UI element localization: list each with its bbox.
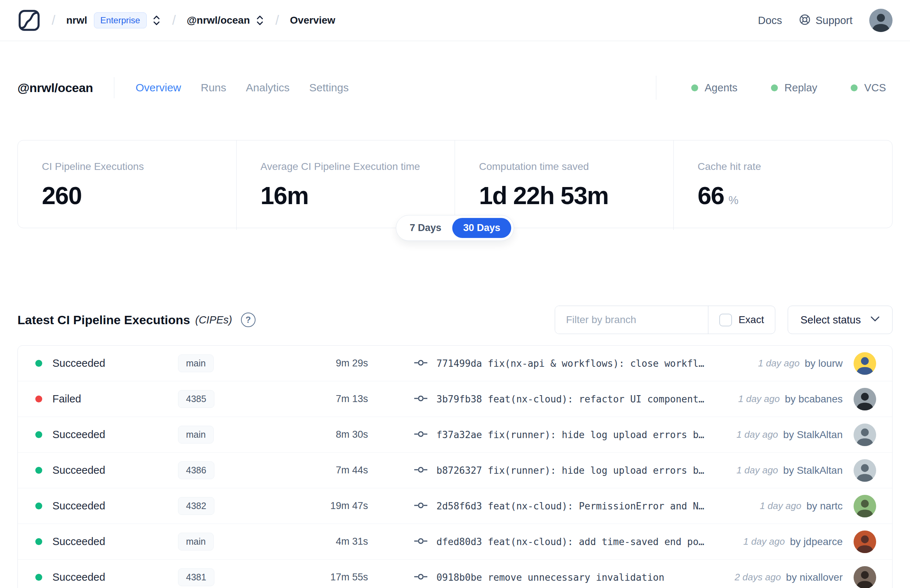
author-avatar [853,459,876,482]
cipe-title-suffix: (CIPEs) [195,314,232,326]
exact-checkbox[interactable] [719,313,732,326]
branch-badge[interactable]: main [178,426,214,444]
author-avatar [853,495,876,517]
status-dot-icon [771,84,778,91]
exact-label: Exact [739,314,764,326]
breadcrumb-workspace[interactable]: @nrwl/ocean [187,15,250,26]
status-agents: Agents [691,82,737,94]
branch-badge[interactable]: 4382 [178,497,214,515]
tab-runs[interactable]: Runs [201,81,226,94]
branch-badge[interactable]: 4386 [178,461,214,479]
branch-badge[interactable]: 4385 [178,390,214,408]
cipe-row[interactable]: Succeeded 4386 7m 44s b8726327 fix(runne… [18,452,892,488]
git-commit-icon [414,501,428,511]
branch-badge[interactable]: main [178,354,214,372]
commit-message[interactable]: 2d58f6d3 feat(nx-cloud): PermissionError… [436,501,704,512]
top-nav: / nrwl Enterprise / @nrwl/ocean / Overvi… [0,0,910,41]
range-7-days[interactable]: 7 Days [399,218,452,238]
run-status-dot-icon [35,431,42,438]
branch-badge[interactable]: main [178,533,214,551]
commit-message[interactable]: 3b79fb38 feat(nx-cloud): refactor UI com… [436,394,704,405]
percent-suffix: % [728,194,739,207]
divider [114,77,114,98]
support-link[interactable]: Support [798,13,852,27]
author-avatar [853,566,876,588]
run-status-label: Succeeded [52,571,105,583]
run-duration: 7m 44s [278,465,369,476]
run-status-dot-icon [35,538,42,545]
support-label: Support [815,15,852,27]
org-switcher-chevron-up-down-icon[interactable] [152,14,161,27]
run-status-dot-icon [35,396,42,402]
cipe-row[interactable]: Succeeded main 4m 31s dfed80d3 feat(nx-c… [18,524,892,560]
author-avatar [853,530,876,553]
run-author: by StalkAltan [783,465,843,476]
feature-status-group: Agents Replay VCS [656,76,892,100]
cipe-row[interactable]: Succeeded 4381 17m 55s 0918b0be remove u… [18,560,892,588]
stats-section: CI Pipeline Executions 260 Average CI Pi… [18,140,892,228]
run-author: by nixallover [786,572,843,583]
status-replay: Replay [771,82,817,94]
run-author: by nartc [806,500,843,512]
cipe-table: Succeeded main 9m 29s 771499da fix(nx-ap… [18,345,892,588]
author-avatar [853,352,876,375]
breadcrumb-separator: / [276,13,279,28]
workspace-switcher-chevron-up-down-icon[interactable] [255,14,265,27]
breadcrumb-separator: / [52,13,55,28]
user-avatar[interactable] [869,9,892,32]
chevron-down-icon [870,316,880,323]
run-author: by jdpearce [790,536,843,548]
cipe-row[interactable]: Succeeded main 9m 29s 771499da fix(nx-ap… [18,346,892,381]
exact-filter: Exact [708,306,775,334]
run-time-ago: 1 day ago [760,500,801,512]
branch-badge[interactable]: 4381 [178,569,214,586]
cipe-section-header: Latest CI Pipeline Executions (CIPEs) ? … [18,305,892,334]
commit-message[interactable]: b8726327 fix(runner): hide log upload er… [436,465,704,476]
run-time-ago: 1 day ago [738,393,780,405]
tab-settings[interactable]: Settings [309,81,349,94]
run-status-label: Succeeded [52,500,105,512]
commit-message[interactable]: 0918b0be remove unnecessary invalidation [436,572,664,583]
cipe-row[interactable]: Failed 4385 7m 13s 3b79fb38 feat(nx-clou… [18,381,892,417]
cipe-row[interactable]: Succeeded main 8m 30s f37a32ae fix(runne… [18,417,892,452]
status-dot-icon [691,84,698,91]
run-duration: 7m 13s [278,393,369,405]
range-30-days[interactable]: 30 Days [452,218,511,238]
status-vcs: VCS [851,82,886,94]
run-status-label: Succeeded [52,464,105,476]
branch-filter-input[interactable] [555,306,708,334]
breadcrumb-org[interactable]: nrwl [66,15,87,26]
commit-message[interactable]: f37a32ae fix(runner): hide log upload er… [436,430,704,440]
git-commit-icon [414,394,428,404]
cipe-filters: Exact Select status [555,305,892,334]
run-status-label: Succeeded [52,429,105,441]
run-author: by StalkAltan [783,429,843,441]
nx-cloud-logo-icon[interactable] [18,9,41,32]
enterprise-badge: Enterprise [94,12,147,28]
breadcrumb-page: Overview [290,15,336,26]
run-status-dot-icon [35,574,42,581]
commit-message[interactable]: dfed80d3 feat(nx-cloud): add time-saved … [436,536,704,547]
run-time-ago: 1 day ago [736,429,778,440]
cipe-title: Latest CI Pipeline Executions [18,313,190,327]
run-author: by lourw [805,358,843,369]
docs-link[interactable]: Docs [758,15,782,27]
help-icon[interactable]: ? [241,313,255,327]
run-status-label: Succeeded [52,357,105,369]
run-status-label: Failed [52,393,81,405]
status-select[interactable]: Select status [788,305,892,334]
git-commit-icon [414,573,428,582]
commit-message[interactable]: 771499da fix(nx-api & workflows): close … [436,358,704,369]
git-commit-icon [414,466,428,475]
tab-overview[interactable]: Overview [136,81,181,94]
tab-analytics[interactable]: Analytics [246,81,290,94]
status-dot-icon [851,84,858,91]
author-avatar [853,423,876,446]
git-commit-icon [414,537,428,546]
run-duration: 9m 29s [278,358,369,369]
git-commit-icon [414,359,428,368]
run-time-ago: 1 day ago [743,536,785,547]
cipe-row[interactable]: Succeeded 4382 19m 47s 2d58f6d3 feat(nx-… [18,488,892,524]
run-status-dot-icon [35,360,42,367]
workspace-tabs: Overview Runs Analytics Settings [136,81,349,94]
